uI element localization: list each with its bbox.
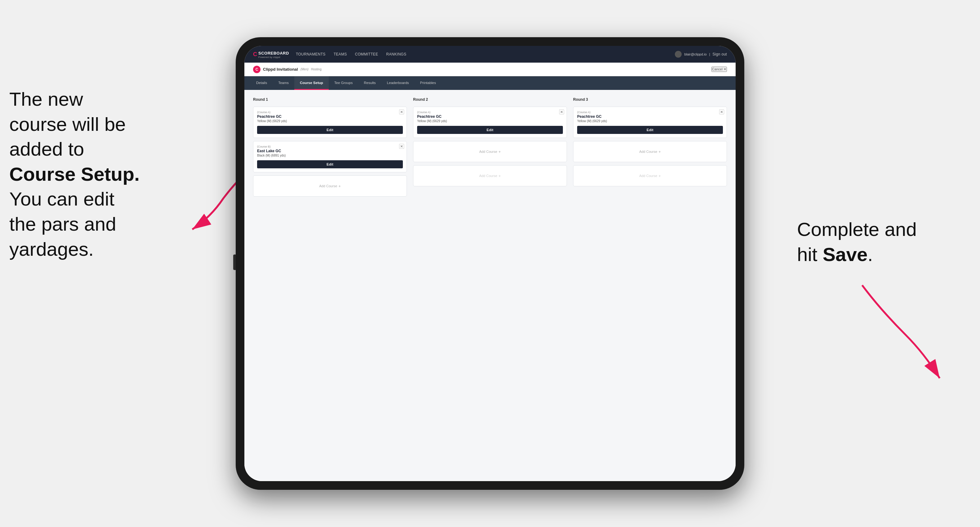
- round-1-course-a-card: (Course A) Peachtree GC Yellow (M) (6629…: [253, 106, 407, 138]
- round-3-add-course-button[interactable]: Add Course +: [573, 141, 727, 162]
- round-3-column: Round 3 (Course A) Peachtree GC Yellow (…: [573, 97, 727, 197]
- tab-leaderboards[interactable]: Leaderboards: [382, 76, 415, 90]
- cancel-icon: ✕: [724, 67, 726, 71]
- round-1-course-b-delete[interactable]: [399, 144, 404, 149]
- nav-committee[interactable]: COMMITTEE: [355, 52, 379, 56]
- main-content: Round 1 (Course A) Peachtree GC Yellow (…: [244, 90, 736, 481]
- round-3-course-a-name: Peachtree GC: [577, 114, 723, 119]
- round-3-add-course-disabled: Add Course +: [573, 165, 727, 186]
- round-3-course-a-card: (Course A) Peachtree GC Yellow (M) (6629…: [573, 106, 727, 138]
- right-annotation: Complete and hit Save.: [797, 217, 971, 267]
- tablet-screen: C SCOREBOARD Powered by clippd TOURNAMEN…: [244, 46, 736, 481]
- nav-rankings[interactable]: RANKINGS: [386, 52, 406, 56]
- rounds-grid: Round 1 (Course A) Peachtree GC Yellow (…: [253, 97, 727, 197]
- round-2-column: Round 2 (Course A) Peachtree GC Yellow (…: [413, 97, 567, 197]
- tab-teams[interactable]: Teams: [273, 76, 294, 90]
- tab-course-setup[interactable]: Course Setup: [294, 76, 329, 90]
- round-2-add-course-second-label: Add Course: [479, 174, 497, 178]
- avatar: [675, 51, 682, 58]
- round-3-title: Round 3: [573, 97, 727, 102]
- nav-links: TOURNAMENTS TEAMS COMMITTEE RANKINGS: [296, 52, 675, 56]
- logo-letter: C: [253, 51, 257, 58]
- logo-sub: Powered by clippd: [258, 56, 289, 59]
- round-1-course-a-edit-button[interactable]: Edit: [257, 126, 403, 134]
- round-1-add-course-label: Add Course: [319, 184, 337, 188]
- nav-user-area: blair@clippd.io | Sign out: [675, 51, 727, 58]
- round-3-add-course-second-label: Add Course: [639, 174, 657, 178]
- round-2-add-course-label: Add Course: [479, 150, 497, 154]
- cancel-label: Cancel: [712, 67, 722, 71]
- nav-tournaments[interactable]: TOURNAMENTS: [296, 52, 326, 56]
- nav-separator: |: [709, 52, 710, 56]
- round-2-title: Round 2: [413, 97, 567, 102]
- round-2-course-a-name: Peachtree GC: [417, 114, 563, 119]
- round-3-course-a-tee: Yellow (M) (6629 yds): [577, 119, 723, 123]
- round-1-course-b-tee: Black (M) (6891 yds): [257, 154, 403, 157]
- round-2-add-course-second-plus-icon: +: [498, 174, 501, 178]
- round-3-add-course-plus-icon: +: [659, 149, 661, 154]
- cancel-button[interactable]: Cancel ✕: [711, 67, 727, 72]
- tablet-frame: C SCOREBOARD Powered by clippd TOURNAMEN…: [236, 37, 744, 490]
- tournament-title-area: C Clippd Invitational (Men) Hosting: [253, 66, 321, 73]
- round-1-course-b-name: East Lake GC: [257, 149, 403, 153]
- round-2-course-a-edit-button[interactable]: Edit: [417, 126, 563, 134]
- round-1-course-b-label: (Course B): [257, 145, 403, 148]
- round-1-course-a-label: (Course A): [257, 111, 403, 114]
- sign-out-link[interactable]: Sign out: [713, 52, 727, 56]
- logo-block: SCOREBOARD Powered by clippd: [258, 50, 289, 59]
- round-1-column: Round 1 (Course A) Peachtree GC Yellow (…: [253, 97, 407, 197]
- round-2-course-a-label: (Course A): [417, 111, 563, 114]
- top-nav: C SCOREBOARD Powered by clippd TOURNAMEN…: [244, 46, 736, 63]
- round-2-add-course-disabled: Add Course +: [413, 165, 567, 186]
- arrow-right-icon: [843, 279, 949, 390]
- round-1-add-course-plus-icon: +: [338, 184, 341, 189]
- tab-tee-groups[interactable]: Tee Groups: [329, 76, 358, 90]
- tournament-logo: C: [253, 66, 261, 73]
- tabs-bar: Details Teams Course Setup Tee Groups Re…: [244, 76, 736, 90]
- tournament-type: (Men): [301, 68, 309, 71]
- tournament-status: Hosting: [311, 68, 321, 71]
- round-2-add-course-button[interactable]: Add Course +: [413, 141, 567, 162]
- user-email: blair@clippd.io: [684, 52, 706, 56]
- round-1-title: Round 1: [253, 97, 407, 102]
- nav-teams[interactable]: TEAMS: [334, 52, 347, 56]
- side-button: [233, 254, 236, 270]
- round-1-course-a-tee: Yellow (M) (6629 yds): [257, 119, 403, 123]
- round-3-course-a-label: (Course A): [577, 111, 723, 114]
- tournament-name: Clippd Invitational: [263, 67, 298, 71]
- round-2-course-a-delete[interactable]: [559, 110, 564, 114]
- tab-printables[interactable]: Printables: [415, 76, 442, 90]
- tab-details[interactable]: Details: [251, 76, 273, 90]
- round-1-course-b-card: (Course B) East Lake GC Black (M) (6891 …: [253, 141, 407, 172]
- round-2-course-a-card: (Course A) Peachtree GC Yellow (M) (6629…: [413, 106, 567, 138]
- round-1-add-course-button[interactable]: Add Course +: [253, 175, 407, 197]
- round-1-course-b-edit-button[interactable]: Edit: [257, 160, 403, 168]
- round-2-add-course-plus-icon: +: [498, 149, 501, 154]
- tab-results[interactable]: Results: [358, 76, 381, 90]
- round-1-course-a-delete[interactable]: [399, 110, 404, 114]
- round-3-add-course-second-plus-icon: +: [659, 174, 661, 178]
- round-3-course-a-edit-button[interactable]: Edit: [577, 126, 723, 134]
- round-3-add-course-label: Add Course: [639, 150, 657, 154]
- logo-text: SCOREBOARD: [258, 51, 289, 56]
- sub-header: C Clippd Invitational (Men) Hosting Canc…: [244, 63, 736, 76]
- round-1-course-a-name: Peachtree GC: [257, 114, 403, 119]
- round-2-course-a-tee: Yellow (M) (6629 yds): [417, 119, 563, 123]
- round-3-course-a-delete[interactable]: [719, 110, 724, 114]
